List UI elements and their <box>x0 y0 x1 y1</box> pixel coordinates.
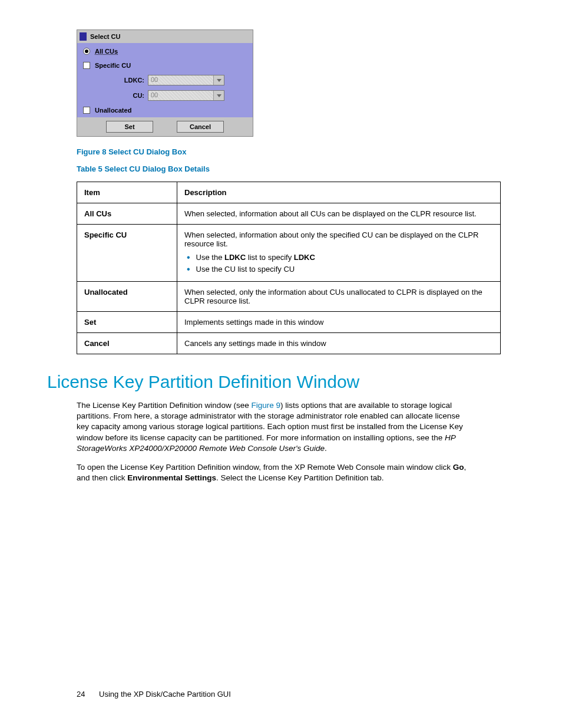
ldkc-combo[interactable]: 00 <box>148 75 224 85</box>
radio-specific-cu-label: Specific CU <box>95 62 131 69</box>
t: To open the License Key Partition Defini… <box>77 463 453 472</box>
radio-all-cus-row[interactable]: All CUs <box>77 44 253 58</box>
figure-link[interactable]: Figure 9 <box>251 401 280 410</box>
cell-item: Cancel <box>77 333 177 354</box>
dialog-title: Select CU <box>90 33 120 40</box>
cell-item: All CUs <box>77 203 177 225</box>
t: The License Key Partition Definition win… <box>77 401 251 410</box>
radio-all-cus-label: All CUs <box>95 48 118 55</box>
paragraph: To open the License Key Partition Defini… <box>77 462 474 483</box>
figure-caption: Figure 8 Select CU Dialog Box <box>77 147 515 156</box>
radio-icon[interactable] <box>83 107 90 114</box>
cell-desc: When selected, information about only th… <box>177 225 501 282</box>
list-item: Use the CU list to specify CU <box>187 263 493 275</box>
cell-desc: When selected, only the information abou… <box>177 282 501 312</box>
footer-text: Using the XP Disk/Cache Partition GUI <box>99 690 231 699</box>
table-row: Cancel Cancels any settings made in this… <box>77 333 501 354</box>
radio-specific-cu-row[interactable]: Specific CU <box>77 58 253 73</box>
radio-unallocated-label: Unallocated <box>95 107 131 114</box>
desc-intro: When selected, information about only th… <box>184 230 478 248</box>
cell-item: Specific CU <box>77 225 177 282</box>
t: Use the CU list to specify CU <box>196 265 295 274</box>
page-footer: 24 Using the XP Disk/Cache Partition GUI <box>77 690 231 699</box>
set-button[interactable]: Set <box>106 121 153 133</box>
t: . Select the License Key Partition Defin… <box>216 473 384 482</box>
cu-label: CU: <box>113 92 148 99</box>
bullet-list: Use the LDKC list to specify LDKC Use th… <box>184 252 493 275</box>
cell-item: Unallocated <box>77 282 177 312</box>
table-row: Unallocated When selected, only the info… <box>77 282 501 312</box>
dialog-body: All CUs Specific CU LDKC: 00 CU: 00 <box>77 43 253 117</box>
t: Environmental Settings <box>127 473 216 482</box>
table-header-row: Item Description <box>77 182 501 203</box>
ldkc-value: 00 <box>148 75 213 85</box>
radio-icon[interactable] <box>83 48 90 55</box>
col-description: Description <box>177 182 501 203</box>
page-number: 24 <box>77 690 85 699</box>
cell-item: Set <box>77 312 177 333</box>
t: . <box>325 444 327 453</box>
col-item: Item <box>77 182 177 203</box>
ldkc-row: LDKC: 00 <box>77 73 253 88</box>
cu-row: CU: 00 <box>77 88 253 103</box>
list-item: Use the LDKC list to specify LDKC <box>187 252 493 263</box>
table-row: Set Implements settings made in this win… <box>77 312 501 333</box>
table-caption: Table 5 Select CU Dialog Box Details <box>77 164 515 173</box>
cu-value: 00 <box>148 91 213 100</box>
dialog-titlebar: Select CU <box>77 30 253 43</box>
cell-desc: When selected, information about all CUs… <box>177 203 501 225</box>
cu-combo[interactable]: 00 <box>148 90 224 101</box>
table-row: Specific CU When selected, information a… <box>77 225 501 282</box>
t: LDKC <box>294 253 315 262</box>
radio-icon[interactable] <box>83 62 90 69</box>
paragraph: The License Key Partition Definition win… <box>77 400 474 454</box>
table-row: All CUs When selected, information about… <box>77 203 501 225</box>
chevron-down-icon <box>217 94 222 97</box>
t: Go <box>453 463 464 472</box>
t: LDKC <box>224 253 246 262</box>
t: list to specify <box>246 253 294 262</box>
dropdown-button[interactable] <box>213 91 224 100</box>
dialog-button-row: Set Cancel <box>77 117 253 136</box>
cancel-button[interactable]: Cancel <box>177 121 224 133</box>
section-heading: License Key Partition Definition Window <box>47 372 515 392</box>
title-square-icon <box>80 32 87 41</box>
cell-desc: Cancels any settings made in this window <box>177 333 501 354</box>
select-cu-dialog: Select CU All CUs Specific CU LDKC: 00 C… <box>77 29 515 137</box>
details-table: Item Description All CUs When selected, … <box>77 182 501 354</box>
radio-unallocated-row[interactable]: Unallocated <box>77 103 253 117</box>
cell-desc: Implements settings made in this window <box>177 312 501 333</box>
t: Use the <box>196 253 224 262</box>
chevron-down-icon <box>217 79 222 82</box>
dropdown-button[interactable] <box>213 75 224 85</box>
ldkc-label: LDKC: <box>113 77 148 84</box>
dialog-box: Select CU All CUs Specific CU LDKC: 00 C… <box>77 29 253 137</box>
